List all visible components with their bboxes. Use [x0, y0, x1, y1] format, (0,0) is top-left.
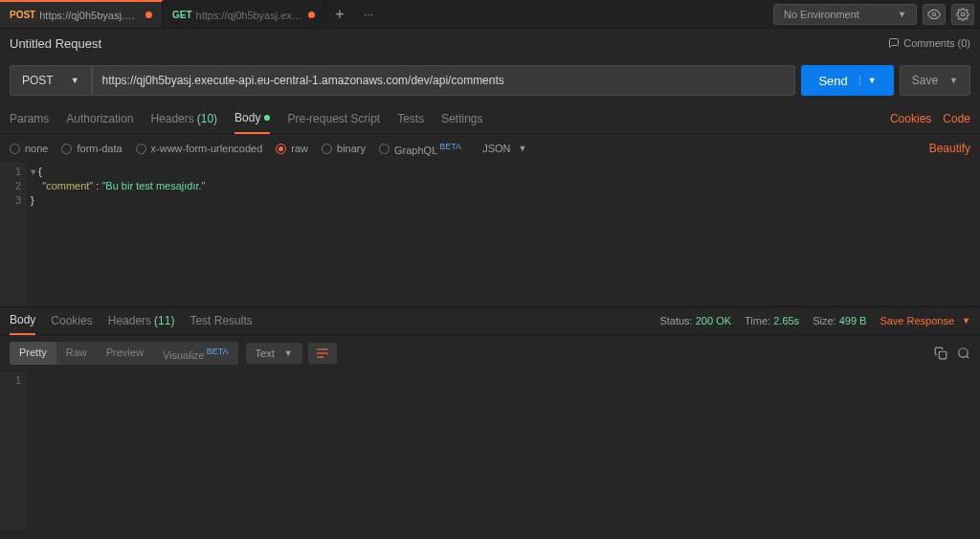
body-type-raw[interactable]: raw: [276, 143, 308, 154]
request-tab-2[interactable]: GET https://qj0h5byasj.execute-api...: [163, 0, 325, 28]
save-response-button[interactable]: Save Response ▼: [880, 315, 970, 326]
request-body-editor[interactable]: 1 2 3 ▾{ "comment" : "Bu bir test mesajı…: [0, 163, 980, 306]
method-select[interactable]: POST ▼: [10, 65, 92, 96]
environment-label: No Environment: [784, 9, 859, 20]
radio-icon: [136, 144, 146, 154]
view-preview[interactable]: Preview: [97, 342, 153, 366]
tab-method-label: POST: [10, 10, 35, 20]
send-button[interactable]: Send ▼: [801, 65, 893, 96]
tab-method-label: GET: [172, 10, 192, 20]
body-type-formdata[interactable]: form-data: [61, 143, 122, 154]
line-gutter: 1: [0, 371, 27, 529]
request-name[interactable]: Untitled Request: [10, 36, 101, 51]
tab-title: https://qj0h5byasj.execute-api...: [196, 10, 302, 21]
unsaved-dot-icon: [308, 11, 315, 18]
chevron-down-icon: ▼: [71, 76, 79, 85]
search-icon: [957, 347, 970, 360]
body-type-graphql[interactable]: GraphQLBETA: [379, 142, 461, 156]
body-indicator-icon: [264, 115, 270, 121]
code-content[interactable]: [27, 371, 980, 529]
tab-overflow-button[interactable]: ···: [354, 0, 383, 28]
code-content[interactable]: ▾{ "comment" : "Bu bir test mesajıdır." …: [27, 163, 980, 306]
view-pretty[interactable]: Pretty: [10, 342, 56, 366]
code-link[interactable]: Code: [943, 112, 970, 125]
body-type-urlencoded[interactable]: x-www-form-urlencoded: [136, 143, 263, 154]
radio-icon: [61, 144, 72, 154]
search-response-button[interactable]: [957, 347, 970, 360]
tab-settings[interactable]: Settings: [441, 103, 482, 134]
chevron-down-icon: ▼: [518, 144, 526, 153]
tab-headers[interactable]: Headers (10): [150, 103, 217, 134]
chevron-down-icon: ▼: [898, 10, 906, 19]
body-type-none[interactable]: none: [10, 143, 48, 154]
line-gutter: 1 2 3: [0, 163, 27, 306]
svg-line-7: [967, 356, 969, 359]
tab-prerequest[interactable]: Pre-request Script: [287, 103, 380, 134]
body-type-binary[interactable]: binary: [322, 143, 366, 154]
chevron-down-icon: ▼: [284, 348, 293, 358]
radio-icon: [10, 144, 20, 154]
comment-icon: [888, 37, 900, 49]
beautify-button[interactable]: Beautify: [929, 142, 970, 155]
response-tab-tests[interactable]: Test Results: [189, 306, 252, 335]
fold-icon[interactable]: ▾: [31, 166, 36, 177]
copy-response-button[interactable]: [934, 347, 947, 360]
response-time: Time: 2.65s: [745, 315, 799, 326]
svg-point-6: [959, 348, 968, 357]
response-status: Status: 200 OK: [659, 315, 731, 326]
svg-point-0: [932, 12, 936, 16]
cookies-link[interactable]: Cookies: [890, 112, 931, 125]
settings-button[interactable]: [951, 4, 974, 25]
view-visualize[interactable]: VisualizeBETA: [153, 342, 238, 366]
response-body-editor[interactable]: 1: [0, 371, 980, 529]
copy-icon: [934, 347, 947, 360]
radio-icon: [379, 144, 390, 154]
new-tab-button[interactable]: +: [325, 0, 354, 28]
svg-point-1: [961, 12, 965, 16]
response-format-select[interactable]: Text ▼: [246, 343, 302, 364]
request-tab-1[interactable]: POST https://qj0h5byasj.execute-api...: [0, 0, 163, 28]
chevron-down-icon[interactable]: ▼: [949, 76, 958, 85]
tab-title: https://qj0h5byasj.execute-api...: [39, 10, 140, 21]
body-format-select[interactable]: JSON ▼: [482, 143, 526, 154]
unsaved-dot-icon: [145, 11, 152, 18]
tab-params[interactable]: Params: [10, 103, 49, 134]
view-raw[interactable]: Raw: [56, 342, 97, 366]
comments-button[interactable]: Comments (0): [888, 37, 970, 49]
url-input[interactable]: [92, 65, 796, 96]
method-label: POST: [22, 74, 54, 87]
radio-icon: [322, 144, 332, 154]
response-tab-body[interactable]: Body: [10, 306, 35, 335]
tab-tests[interactable]: Tests: [397, 103, 424, 134]
wrap-lines-button[interactable]: [308, 343, 337, 364]
save-button[interactable]: Save ▼: [900, 65, 970, 96]
radio-checked-icon: [276, 144, 286, 154]
chevron-down-icon: ▼: [962, 316, 970, 326]
response-view-mode: Pretty Raw Preview VisualizeBETA: [10, 342, 238, 366]
chevron-down-icon[interactable]: ▼: [859, 76, 877, 85]
tab-strip: POST https://qj0h5byasj.execute-api... G…: [0, 0, 768, 28]
svg-rect-5: [939, 351, 947, 359]
response-size: Size: 499 B: [813, 315, 866, 326]
environment-quicklook-button[interactable]: [923, 4, 946, 25]
environment-select[interactable]: No Environment ▼: [773, 4, 917, 25]
wrap-icon: [316, 348, 329, 359]
response-tab-headers[interactable]: Headers (11): [108, 306, 175, 335]
tab-authorization[interactable]: Authorization: [66, 103, 133, 134]
response-tab-cookies[interactable]: Cookies: [51, 306, 92, 335]
tab-body[interactable]: Body: [234, 103, 270, 134]
